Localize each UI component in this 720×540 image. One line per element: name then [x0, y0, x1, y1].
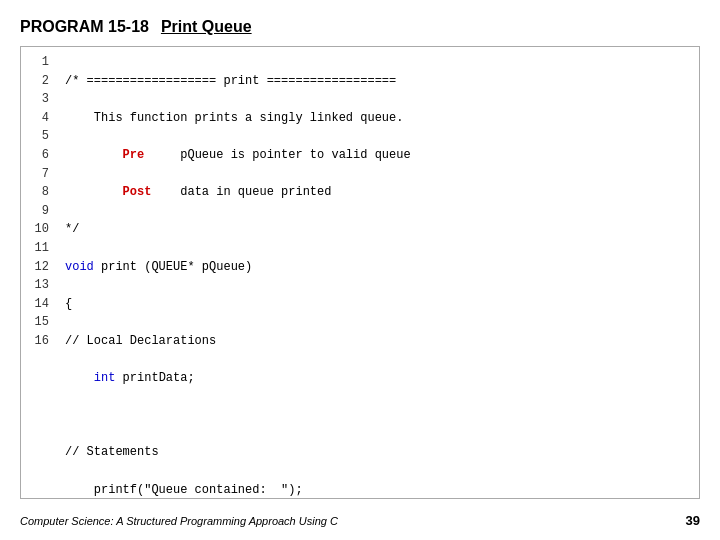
code-line-12: printf("Queue contained: ");	[65, 481, 691, 499]
ln-3: 3	[27, 90, 49, 109]
code-line-2: This function prints a singly linked que…	[65, 109, 691, 128]
page-title: Print Queue	[161, 18, 252, 36]
code-box: 1 2 3 4 5 6 7 8 9 10 11 12 13 14 15 16 /…	[20, 46, 700, 499]
ln-4: 4	[27, 109, 49, 128]
ln-12: 12	[27, 258, 49, 277]
int-keyword: int	[94, 371, 116, 385]
ln-10: 10	[27, 220, 49, 239]
code-line-6: void print (QUEUE* pQueue)	[65, 258, 691, 277]
page-container: PROGRAM 15-18 Print Queue 1 2 3 4 5 6 7 …	[0, 0, 720, 540]
code-line-1: /* ================== print ============…	[65, 72, 691, 91]
post-keyword: Post	[123, 185, 152, 199]
ln-16: 16	[27, 332, 49, 351]
header: PROGRAM 15-18 Print Queue	[20, 18, 700, 36]
pre-keyword: Pre	[123, 148, 145, 162]
ln-13: 13	[27, 276, 49, 295]
ln-1: 1	[27, 53, 49, 72]
page-number: 39	[686, 513, 700, 528]
ln-6: 6	[27, 146, 49, 165]
line-numbers: 1 2 3 4 5 6 7 8 9 10 11 12 13 14 15 16	[21, 47, 57, 498]
ln-9: 9	[27, 202, 49, 221]
code-line-8: // Local Declarations	[65, 332, 691, 351]
program-label: PROGRAM 15-18	[20, 18, 149, 36]
ln-15: 15	[27, 313, 49, 332]
code-line-9: int printData;	[65, 369, 691, 388]
footer: Computer Science: A Structured Programmi…	[20, 509, 700, 528]
code-line-10	[65, 406, 691, 425]
ln-8: 8	[27, 183, 49, 202]
ln-2: 2	[27, 72, 49, 91]
code-content: /* ================== print ============…	[57, 47, 699, 498]
void-keyword: void	[65, 260, 94, 274]
code-line-3: Pre pQueue is pointer to valid queue	[65, 146, 691, 165]
code-line-5: */	[65, 220, 691, 239]
ln-7: 7	[27, 165, 49, 184]
ln-5: 5	[27, 127, 49, 146]
ln-14: 14	[27, 295, 49, 314]
code-line-4: Post data in queue printed	[65, 183, 691, 202]
footer-text: Computer Science: A Structured Programmi…	[20, 515, 338, 527]
code-line-7: {	[65, 295, 691, 314]
ln-11: 11	[27, 239, 49, 258]
code-line-11: // Statements	[65, 443, 691, 462]
